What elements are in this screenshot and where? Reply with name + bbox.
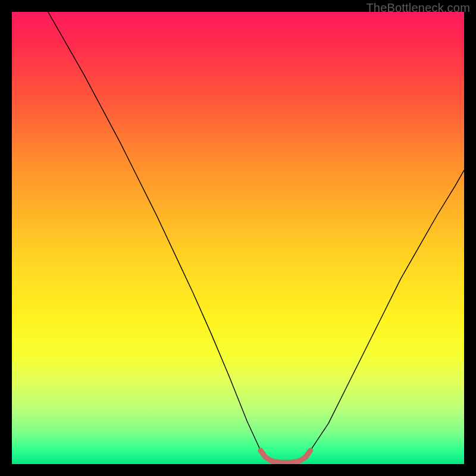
series-right-arm [311,170,464,450]
series-valley-floor [261,450,311,462]
curve-overlay [12,12,464,464]
plot-area [12,12,464,464]
watermark-text: TheBottleneck.com [366,1,470,15]
series-left-arm [48,12,261,450]
chart-frame: TheBottleneck.com [0,0,476,476]
